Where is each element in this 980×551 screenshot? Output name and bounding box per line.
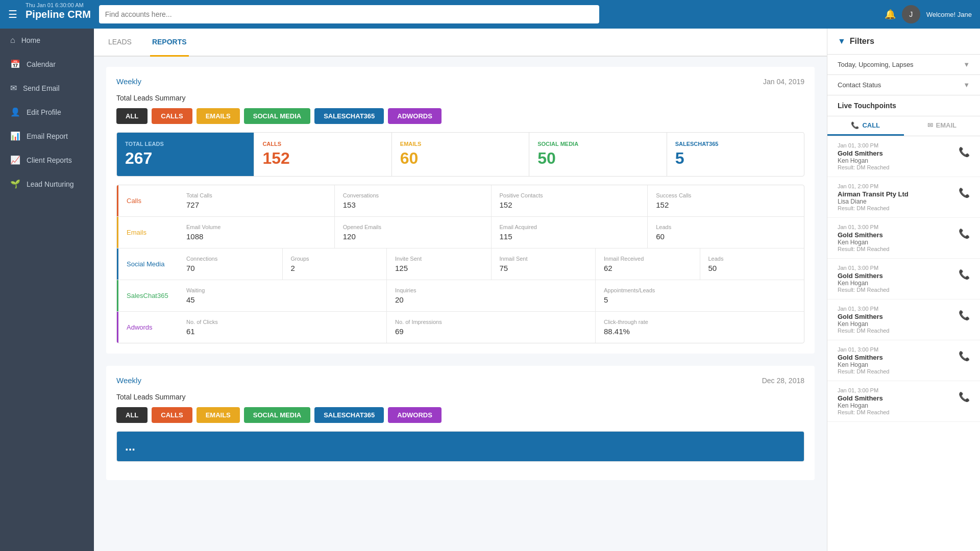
stats-label-saleschat: SalesChat365 <box>117 280 178 311</box>
touchpoint-item-6: Jan 01, 3:00 PM Gold Smithers Ken Hogan … <box>827 381 980 422</box>
content-area: Weekly Jan 04, 2019 Total Leads Summary … <box>94 57 827 503</box>
total-leads-value: 267 <box>125 149 246 168</box>
touchpoint-result-4: Result: DM Reached <box>838 328 890 334</box>
filter-dropdown-1[interactable]: Today, Upcoming, Lapses ▼ <box>827 55 980 75</box>
total-leads-partial: ... <box>125 439 135 454</box>
sidebar-item-calendar[interactable]: 📅 Calendar <box>0 52 94 76</box>
stat-total-calls-value: 727 <box>186 201 326 209</box>
stat-emailvol-label: Email Volume <box>186 224 326 230</box>
live-touchpoints-label: Live Touchpoints <box>838 102 896 110</box>
filter-buttons-2: ALL CALLS EMAILS SOCIAL MEDIA SALESCHAT3… <box>116 407 804 423</box>
chart-icon: 📊 <box>10 131 20 141</box>
touchpoint-info-0: Jan 01, 3:00 PM Gold Smithers Ken Hogan … <box>838 142 890 170</box>
touchpoint-person-1: Lisa Diane <box>838 198 909 205</box>
stat-appt-label: Appointments/Leads <box>604 287 796 293</box>
call-icon-4[interactable]: 📞 <box>959 310 970 321</box>
main-content: LEADS REPORTS Weekly Jan 04, 2019 Total … <box>94 29 827 551</box>
menu-icon[interactable]: ☰ <box>8 8 17 20</box>
call-icon-1[interactable]: 📞 <box>959 187 970 198</box>
tab-call[interactable]: 📞 CALL <box>827 116 904 136</box>
app-logo: Pipeline CRM <box>26 9 91 20</box>
weekly-header-2: Weekly Dec 28, 2018 <box>116 376 804 385</box>
touchpoint-info-5: Jan 01, 3:00 PM Gold Smithers Ken Hogan … <box>838 346 890 374</box>
filter-adwords-btn[interactable]: ADWORDS <box>388 108 442 124</box>
touchpoint-company-1: Airman Transit Pty Ltd <box>838 190 909 198</box>
sidebar-item-client-reports[interactable]: 📈 Client Reports <box>0 148 94 172</box>
filter-emails-btn[interactable]: EMAILS <box>197 108 240 124</box>
tab-leads[interactable]: LEADS <box>106 29 134 57</box>
stats-label-social: Social Media <box>117 248 178 280</box>
weekly-block-1: Weekly Jan 04, 2019 Total Leads Summary … <box>106 67 815 354</box>
stat-leads-label: Leads <box>656 224 796 230</box>
stat-pos-value: 152 <box>500 201 640 209</box>
sidebar-item-lead-nurturing[interactable]: 🌱 Lead Nurturing <box>0 172 94 196</box>
filter-social-btn-2[interactable]: SOCIAL MEDIA <box>244 407 310 423</box>
filters-header: ▼ Filters <box>827 29 980 55</box>
filter-saleschat-btn-2[interactable]: SALESCHAT365 <box>314 407 384 423</box>
total-social-label: SOCIAL MEDIA <box>537 141 658 147</box>
call-icon-6[interactable]: 📞 <box>959 391 970 403</box>
totals-row: TOTAL LEADS 267 CALLS 152 EMAILS 60 SOCI… <box>116 132 804 177</box>
stats-data-emails: Email Volume 1088 Opened Emails 120 Emai… <box>178 217 804 248</box>
filter-calls-btn-2[interactable]: CALLS <box>152 407 192 423</box>
call-icon-5[interactable]: 📞 <box>959 350 970 362</box>
filter-all-btn[interactable]: ALL <box>116 108 148 124</box>
touchpoint-company-4: Gold Smithers <box>838 313 890 320</box>
chevron-down-icon-2: ▼ <box>963 81 970 89</box>
stat-inmail-received: Inmail Received 62 <box>596 248 700 280</box>
timestamp: Thu Jan 01 6:30:00 AM <box>26 2 84 8</box>
stat-soc-leads-value: 50 <box>708 264 796 272</box>
email-icon: ✉ <box>10 83 17 93</box>
stat-conv-value: 153 <box>343 201 483 209</box>
bell-icon[interactable]: 🔔 <box>885 9 896 20</box>
touchpoint-item-0: Jan 01, 3:00 PM Gold Smithers Ken Hogan … <box>827 136 980 177</box>
topbar: Thu Jan 01 6:30:00 AM ☰ Pipeline CRM 🔔 J… <box>0 0 980 29</box>
sidebar-item-send-email[interactable]: ✉ Send Email <box>0 76 94 100</box>
filter-all-btn-2[interactable]: ALL <box>116 407 148 423</box>
tab-email[interactable]: ✉ EMAIL <box>904 116 981 136</box>
search-input[interactable] <box>99 5 599 23</box>
section-title-1: Total Leads Summary <box>116 94 804 102</box>
tab-reports[interactable]: REPORTS <box>150 29 189 57</box>
stat-appt-value: 5 <box>604 295 796 304</box>
touchpoint-info-4: Jan 01, 3:00 PM Gold Smithers Ken Hogan … <box>838 306 890 334</box>
touchpoint-info-3: Jan 01, 3:00 PM Gold Smithers Ken Hogan … <box>838 265 890 293</box>
stat-connections: Connections 70 <box>178 248 283 280</box>
filter-dropdown-2[interactable]: Contact Status ▼ <box>827 75 980 95</box>
filter-social-btn[interactable]: SOCIAL MEDIA <box>244 108 310 124</box>
stats-data-social: Connections 70 Groups 2 Invite Sent 125 <box>178 248 804 280</box>
stat-email-volume: Email Volume 1088 <box>178 217 335 248</box>
sidebar-item-edit-profile[interactable]: 👤 Edit Profile <box>0 100 94 124</box>
touchpoint-time-1: Jan 01, 2:00 PM <box>838 183 909 189</box>
tab-email-label: EMAIL <box>936 121 957 129</box>
filter-emails-btn-2[interactable]: EMAILS <box>197 407 240 423</box>
stat-invite-sent: Invite Sent 125 <box>387 248 492 280</box>
call-icon-3[interactable]: 📞 <box>959 269 970 280</box>
stat-impressions: No. of Impressions 69 <box>387 312 596 343</box>
sidebar-item-home[interactable]: ⌂ Home <box>0 29 94 52</box>
sidebar-item-email-report[interactable]: 📊 Email Report <box>0 124 94 148</box>
weekly-header-1: Weekly Jan 04, 2019 <box>116 77 804 86</box>
stat-conn-value: 70 <box>186 264 274 272</box>
touchpoint-item-4: Jan 01, 3:00 PM Gold Smithers Ken Hogan … <box>827 299 980 340</box>
touchpoint-info-6: Jan 01, 3:00 PM Gold Smithers Ken Hogan … <box>838 387 890 415</box>
stat-clicks: No. of Clicks 61 <box>178 312 387 343</box>
weekly-label-2: Weekly <box>116 376 141 385</box>
stats-table: Calls Total Calls 727 Conversations 153 <box>116 185 804 343</box>
filter-calls-btn[interactable]: CALLS <box>152 108 192 124</box>
call-icon-2[interactable]: 📞 <box>959 228 970 239</box>
touchpoint-time-6: Jan 01, 3:00 PM <box>838 387 890 393</box>
stat-inmail-recv-value: 62 <box>604 264 692 272</box>
touchpoints-tabs: 📞 CALL ✉ EMAIL <box>827 116 980 136</box>
filter-saleschat-btn[interactable]: SALESCHAT365 <box>314 108 384 124</box>
stat-success-calls: Success Calls 152 <box>648 185 804 216</box>
stats-label-emails: Emails <box>117 217 178 248</box>
touchpoint-company-5: Gold Smithers <box>838 354 890 361</box>
total-emails-label: EMAILS <box>400 141 521 147</box>
call-icon-0[interactable]: 📞 <box>959 146 970 158</box>
filter-adwords-btn-2[interactable]: ADWORDS <box>388 407 442 423</box>
tab-call-label: CALL <box>862 121 880 129</box>
avatar[interactable]: J <box>902 5 920 23</box>
stat-success-value: 152 <box>656 201 796 209</box>
stat-email-leads: Leads 60 <box>648 217 804 248</box>
